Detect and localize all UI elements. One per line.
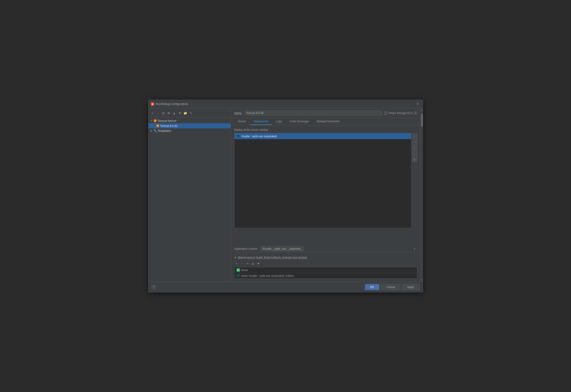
deploy-edit-button[interactable]: ✎ [412,157,417,162]
name-row: Name: Share through VCS ? [231,108,421,118]
build-icon: ▶ [237,268,240,272]
vcs-checkbox[interactable] [385,112,387,115]
app-context-select-wrapper: /Gradle__spittr_war__exploded_ [260,246,417,251]
tab-server[interactable]: Server [234,118,250,125]
configuration-tree: ▼ 🐱 Tomcat Server 🐱 Tomcat 9.0.30 ▶ 🔧 Te… [148,117,231,134]
deploy-up-button[interactable]: ↑ [412,145,417,150]
sidebar-toolbar: + − ⧉ ⚙ ▲ ▼ 📁 ≡ [148,110,231,117]
remove-config-button[interactable]: − [156,111,160,116]
before-launch-items: ▶ Build Build 'Gradle : spittr.war (expl… [234,267,417,279]
deploy-item-label: Gradle : spittr.war (exploded) [242,135,277,138]
deploy-side-buttons: + − ↑ ↓ ✎ [411,133,417,244]
vcs-row: Share through VCS ? [385,111,417,115]
vcs-help-icon[interactable]: ? [414,111,417,115]
before-launch-section: ▼ Before launch: Build, Build Artifacts,… [234,252,417,279]
bl-gradle-icon [237,274,240,277]
deploy-list[interactable]: Gradle : spittr.war (exploded) [234,133,411,228]
tomcat-item-label: Tomcat 9.0.30 [160,124,178,128]
bl-gradle-svg [237,274,240,277]
ok-button[interactable]: OK [365,284,379,290]
bl-edit-button[interactable]: ✎ [245,261,250,266]
app-icon: ▶ [151,102,154,106]
before-launch-header: ▼ Before launch: Build, Build Artifacts,… [234,255,417,260]
right-panel: Name: Share through VCS ? Server Deploym… [231,108,421,282]
deployment-content: Deploy at the server startup Grad [231,125,421,282]
sort-config-button[interactable]: ≡ [188,111,193,116]
tabs-row: Server Deployment Logs Code Coverage Sta… [231,118,421,125]
tomcat-server-group[interactable]: ▼ 🐱 Tomcat Server [148,118,231,123]
app-context-label: Application context: [234,247,258,250]
deploy-add-button[interactable]: + [412,133,417,138]
scrollbar-track [421,112,423,278]
help-button[interactable]: ? [152,285,156,289]
apply-button[interactable]: Apply [402,284,419,290]
scroll-up-arrow[interactable]: ▲ [421,108,423,112]
run-debug-configurations-dialog: ▶ Run/Debug Configurations ✕ + − ⧉ ⚙ ▲ ▼… [148,100,423,292]
bl-item-build-label: Build [242,269,248,272]
bl-up-button[interactable]: ▲ [251,261,255,266]
dialog-title: Run/Debug Configurations [156,102,188,105]
bl-down-button[interactable]: ▼ [256,261,261,266]
bottom-bar: ? OK Cancel Apply [148,282,423,292]
move-down-config-button[interactable]: ▼ [178,111,182,116]
bl-remove-button[interactable]: − [240,261,244,266]
templates-group-label: Templates [158,129,171,132]
close-button[interactable]: ✕ [415,102,420,106]
bottom-right: OK Cancel Apply [365,284,419,290]
title-bar-left: ▶ Run/Debug Configurations [151,102,188,106]
tomcat-group-icon: 🐱 [154,119,157,122]
sidebar: + − ⧉ ⚙ ▲ ▼ 📁 ≡ ▼ 🐱 Tomcat Server 🐱 [148,108,231,282]
templates-group[interactable]: ▶ 🔧 Templates [148,128,231,133]
expand-arrow: ▼ [150,120,153,122]
tab-code-coverage[interactable]: Code Coverage [286,118,313,125]
bottom-left: ? [152,285,156,289]
main-content: + − ⧉ ⚙ ▲ ▼ 📁 ≡ ▼ 🐱 Tomcat Server 🐱 [148,108,423,282]
name-label: Name: [234,111,242,115]
settings-config-button[interactable]: ⚙ [167,111,171,116]
templates-icon: 🔧 [154,129,157,132]
right-scrollbar[interactable]: ▲ ▼ [421,108,423,282]
bl-add-button[interactable]: + [234,261,239,266]
tab-deployment[interactable]: Deployment [250,118,272,125]
name-input[interactable] [244,110,383,116]
deploy-down-button[interactable]: ↓ [412,151,417,156]
vcs-label: Share through VCS [389,111,413,115]
scrollbar-thumb[interactable] [421,114,423,126]
before-launch-toolbar: + − ✎ ▲ ▼ [234,260,417,267]
move-up-config-button[interactable]: ▲ [172,111,177,116]
deploy-item-icon [237,134,240,138]
app-context-select[interactable]: /Gradle__spittr_war__exploded_ [260,246,304,251]
cancel-button[interactable]: Cancel [381,284,400,290]
add-config-button[interactable]: + [150,111,155,116]
before-launch-title: Before launch: Build, Build Artifacts, A… [238,256,307,259]
bl-item-artifact-label: Build 'Gradle : spittr.war (exploded)' a… [242,274,294,277]
deploy-header: Deploy at the server startup [234,128,417,131]
copy-config-button[interactable]: ⧉ [161,111,166,116]
tomcat-item-icon: 🐱 [156,124,159,128]
tomcat-config-item[interactable]: 🐱 Tomcat 9.0.30 [148,123,231,128]
folder-config-button[interactable]: 📁 [183,111,188,116]
app-context-row: Application context: /Gradle__spittr_war… [234,244,417,252]
tomcat-server-group-label: Tomcat Server [158,119,176,122]
templates-expand-arrow: ▶ [150,130,153,132]
before-launch-expand[interactable]: ▼ [234,256,237,259]
deploy-list-item[interactable]: Gradle : spittr.war (exploded) [234,133,411,139]
scroll-down-arrow[interactable]: ▼ [421,278,423,282]
bl-item-build: ▶ Build [234,267,417,273]
bl-item-build-artifact: Build 'Gradle : spittr.war (exploded)' a… [234,273,417,278]
gradle-icon [237,134,240,138]
tab-startup-connection[interactable]: Startup/Connection [313,118,343,125]
deploy-remove-button[interactable]: − [412,139,417,145]
deploy-list-container: Gradle : spittr.war (exploded) + − ↑ ↓ ✎ [234,133,417,244]
title-bar: ▶ Run/Debug Configurations ✕ [148,100,423,108]
tab-logs[interactable]: Logs [272,118,286,125]
